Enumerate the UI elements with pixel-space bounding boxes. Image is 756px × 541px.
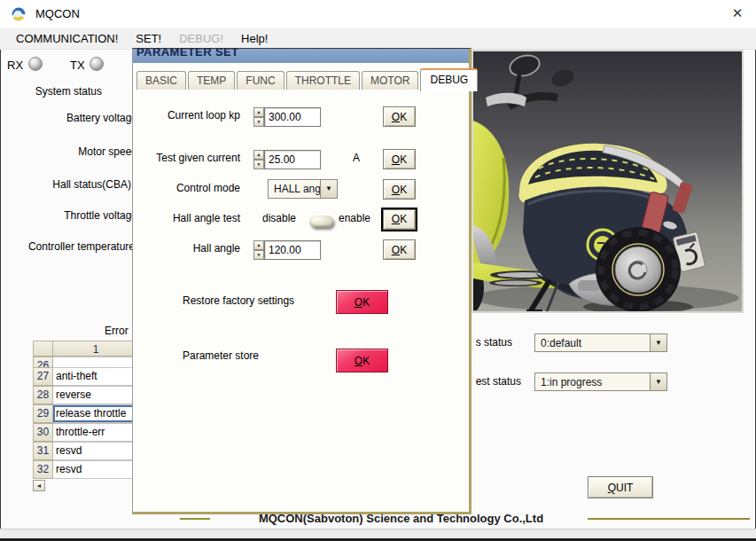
tx-led-indicator — [90, 57, 104, 71]
parameter-store-ok-button[interactable]: OK — [336, 349, 388, 372]
rx-label: RX — [7, 59, 23, 72]
tab-func[interactable]: FUNC — [237, 71, 284, 90]
ampere-unit-label: A — [353, 152, 360, 164]
status1-value: 0:default — [535, 334, 650, 351]
table-row: 31resvd — [33, 442, 139, 460]
dialog-title-bar[interactable]: PARAMETER SET — [133, 49, 469, 63]
row-number: 30 — [33, 423, 53, 442]
row-number: 31 — [33, 442, 53, 460]
title-bar: MQCON ✕ — [0, 0, 756, 28]
test-given-current-spinner: ▲▼ — [253, 150, 321, 169]
menu-set[interactable]: SET! — [127, 32, 170, 45]
control-mode-label: Control mode — [138, 182, 240, 194]
restore-factory-ok-button[interactable]: OK — [336, 290, 388, 314]
close-icon[interactable]: ✕ — [725, 5, 750, 23]
hall-angle-input[interactable] — [264, 240, 321, 260]
parameter-store-label: Parameter store — [183, 349, 259, 362]
chevron-down-icon[interactable]: ▼ — [320, 180, 337, 198]
table-row: 30throttle-err — [33, 423, 139, 442]
footer-divider-left — [180, 518, 210, 520]
tx-label: TX — [70, 59, 85, 72]
table-scroll-left-icon[interactable]: ◄ — [33, 480, 45, 491]
spin-up-icon[interactable]: ▲ — [253, 150, 264, 160]
hall-angle-test-ok-button[interactable]: OK — [381, 208, 417, 231]
table-row: 29release throttle — [33, 404, 139, 423]
spin-down-icon[interactable]: ▼ — [253, 117, 264, 127]
test-given-current-input[interactable] — [264, 150, 321, 169]
status-bar — [0, 529, 756, 538]
status-label-system-status: System status — [0, 85, 102, 98]
table-cell[interactable]: 1 — [53, 341, 139, 357]
row-number — [33, 341, 53, 357]
test-given-current-label: Test given current — [138, 152, 240, 164]
scooter-illustration — [473, 51, 742, 311]
status2-dropdown[interactable]: 1:in progress ▼ — [534, 372, 667, 391]
tab-debug[interactable]: DEBUG — [420, 68, 478, 91]
menu-bar: COMMUNICATION!SET!DEBUG!Help! — [0, 28, 756, 50]
table-cell[interactable]: resvd — [53, 442, 139, 460]
row-number: 26 — [33, 357, 53, 367]
spin-down-icon[interactable]: ▼ — [253, 160, 264, 169]
table-cell[interactable]: reverse — [53, 386, 139, 404]
control-mode-ok-button[interactable]: OK — [383, 179, 416, 200]
mqcon-window: MQCON ✕ COMMUNICATION!SET!DEBUG!Help! RX… — [0, 0, 756, 541]
menu-debug[interactable]: DEBUG! — [170, 32, 232, 45]
current-loop-kp-ok-button[interactable]: OK — [383, 106, 416, 127]
status-label-motor-speed: Motor speed — [0, 145, 137, 159]
table-row: 1 — [33, 341, 139, 357]
tab-motor[interactable]: MOTOR — [362, 71, 418, 90]
hall-angle-test-label: Hall angle test — [138, 212, 240, 224]
status-label-hall-status-cba-: Hall status(CBA) — [0, 178, 131, 192]
row-number: 29 — [33, 404, 53, 423]
spin-up-icon[interactable]: ▲ — [253, 107, 264, 117]
table-cell[interactable]: resvd — [53, 460, 139, 479]
status-label-controller-temperature: Controller temperature — [0, 240, 135, 254]
table-cell[interactable]: throttle-err — [53, 423, 139, 442]
status-label-battery-voltage: Battery voltage — [0, 112, 137, 125]
dialog-tabs: BASICTEMPFUNCTHROTTLEMOTORDEBUG — [136, 70, 479, 90]
rx-led-indicator — [28, 57, 43, 71]
tab-throttle[interactable]: THROTTLE — [286, 71, 360, 90]
table-row: 28reverse — [33, 386, 139, 404]
quit-button[interactable]: QUIT — [588, 476, 653, 498]
current-loop-kp-spinner: ▲▼ — [253, 107, 321, 127]
dialog-title: PARAMETER SET — [136, 49, 469, 59]
current-loop-kp-label: Current loop kp — [138, 109, 240, 122]
row-number: 28 — [33, 386, 53, 404]
scooter-image — [472, 50, 744, 313]
hall-angle-label: Hall angle — [138, 242, 240, 255]
spin-down-icon[interactable]: ▼ — [253, 250, 264, 260]
table-cell[interactable]: anti-theft — [53, 367, 139, 386]
hall-angle-spinner: ▲▼ — [253, 240, 321, 260]
table-cell[interactable]: release throttle — [53, 404, 139, 423]
footer-divider-right — [588, 518, 750, 520]
control-mode-dropdown[interactable]: HALL angle ▼ — [268, 179, 338, 199]
current-loop-kp-input[interactable] — [264, 107, 321, 127]
chevron-down-icon[interactable]: ▼ — [650, 334, 666, 351]
error-table-label: Error — [105, 325, 129, 337]
hall-angle-ok-button[interactable]: OK — [383, 239, 416, 260]
table-row: 26 — [33, 357, 139, 367]
tab-basic[interactable]: BASIC — [136, 71, 186, 90]
control-mode-value: HALL angle — [269, 180, 320, 198]
hall-angle-test-toggle[interactable] — [309, 216, 333, 227]
table-cell[interactable] — [53, 357, 139, 367]
tab-temp[interactable]: TEMP — [188, 71, 235, 90]
error-table: 12627anti-theft28reverse29release thrott… — [33, 341, 139, 479]
menu-help[interactable]: Help! — [232, 32, 277, 45]
toggle-disable-label: disable — [262, 212, 296, 224]
status2-value: 1:in progress — [535, 373, 650, 390]
table-row: 27anti-theft — [33, 367, 139, 386]
test-given-current-ok-button[interactable]: OK — [383, 149, 416, 169]
toggle-enable-label: enable — [339, 212, 370, 224]
chevron-down-icon[interactable]: ▼ — [650, 373, 666, 390]
spin-up-icon[interactable]: ▲ — [253, 240, 264, 250]
parameter-set-dialog: PARAMETER SET BASICTEMPFUNCTHROTTLEMOTOR… — [132, 48, 472, 514]
window-title: MQCON — [35, 7, 80, 20]
table-row: 32resvd — [33, 460, 139, 479]
status-label-throttle-voltage: Throttle voltage — [0, 209, 137, 223]
menu-communication[interactable]: COMMUNICATION! — [7, 32, 127, 45]
restore-factory-label: Restore factory settings — [183, 294, 294, 307]
app-icon — [11, 6, 27, 22]
status1-dropdown[interactable]: 0:default ▼ — [534, 333, 667, 352]
